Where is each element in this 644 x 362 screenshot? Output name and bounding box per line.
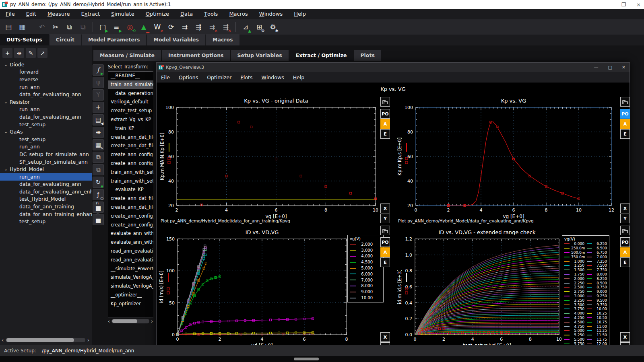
- setup-tab-measure-simulate[interactable]: Measure / Simulate: [93, 50, 161, 61]
- tree-item-run_ann[interactable]: run_ann: [0, 106, 92, 113]
- menu-simulate[interactable]: Simulate: [105, 9, 140, 19]
- lock-icon[interactable]: ▅∩: [93, 202, 104, 213]
- plot-menu-windows[interactable]: Windows: [257, 72, 289, 82]
- new-transform-icon[interactable]: +: [93, 102, 104, 113]
- menu-file[interactable]: File: [0, 9, 21, 19]
- open-model-icon[interactable]: ▤: [2, 21, 14, 33]
- tree-item-test_setup[interactable]: test_setup: [0, 218, 92, 225]
- setup-tab-setup-variables[interactable]: Setup Variables: [231, 50, 289, 61]
- minimize-button[interactable]: —: [594, 65, 598, 70]
- tree-item-run_ann[interactable]: run_ann: [0, 173, 92, 181]
- scroll-left-icon[interactable]: ‹: [108, 318, 110, 324]
- plot-menu-help[interactable]: Help: [289, 72, 309, 82]
- tab-macros[interactable]: Macros: [206, 34, 239, 45]
- plot-menu-options[interactable]: Options: [174, 72, 202, 82]
- minimize-button[interactable]: –: [608, 2, 611, 8]
- transform-item[interactable]: train_ann_with_setup_: [108, 168, 153, 177]
- setup-tab-instrument-options[interactable]: Instrument Options: [162, 50, 230, 61]
- tree-item-run_ann[interactable]: run_ann: [0, 83, 92, 91]
- y-axis-button[interactable]: Y: [620, 214, 630, 223]
- copy-to-memory-icon[interactable]: ⇉: [179, 21, 191, 33]
- simulate-list-icon[interactable]: ≡▶: [110, 21, 122, 33]
- tab-model-variables[interactable]: Model Variables: [147, 34, 205, 45]
- edit-button[interactable]: E: [380, 257, 390, 267]
- recall-memory-icon[interactable]: ⇶: [192, 21, 204, 33]
- tree-item-data_for_evaluating_ann[interactable]: data_for_evaluating_ann: [0, 113, 92, 121]
- plot-menu-file[interactable]: File: [157, 72, 174, 82]
- x-axis-button[interactable]: X: [620, 204, 630, 213]
- tree-item-run_ann[interactable]: run_ann: [0, 143, 92, 151]
- x-axis-button[interactable]: X: [380, 332, 390, 342]
- setup-tab-extract-optimize[interactable]: Extract / Optimize: [289, 50, 353, 61]
- plot-display-icon[interactable]: ⊿▲: [239, 21, 252, 33]
- tree-item-test_setup[interactable]: test_setup: [0, 121, 92, 128]
- edit-button[interactable]: E: [620, 257, 630, 267]
- po-button[interactable]: PO: [620, 109, 630, 119]
- scroll-right-icon[interactable]: ›: [151, 318, 153, 324]
- maximize-button[interactable]: □: [608, 65, 612, 70]
- paste-icon[interactable]: ⧉: [77, 21, 89, 33]
- tree-group-gaas[interactable]: ⌄GaAs: [0, 128, 92, 136]
- edit-button[interactable]: E: [380, 129, 390, 139]
- import-transform-icon[interactable]: ▤◀: [93, 114, 104, 125]
- transform-item[interactable]: simulate_VerilogA_mo: [108, 273, 153, 282]
- menu-tools[interactable]: Tools: [198, 9, 223, 19]
- debug-icon[interactable]: ⚙✱: [267, 21, 279, 33]
- po-button[interactable]: PO: [380, 237, 390, 247]
- transform-item[interactable]: extract_Vg_vs_KP_tre: [108, 115, 153, 124]
- close-button[interactable]: ×: [636, 2, 641, 8]
- transform-item[interactable]: evaluate_ann_with_se: [108, 238, 153, 247]
- transform-item[interactable]: create_ann_dat_file_fo: [108, 194, 153, 203]
- tree-item-reverse[interactable]: reverse: [0, 76, 92, 83]
- transform-item[interactable]: __README__: [108, 72, 153, 80]
- menu-optimize[interactable]: Optimize: [140, 9, 175, 19]
- tree-item-test_setup[interactable]: test_setup: [0, 136, 92, 143]
- transform-item[interactable]: read_ann_evaluation_: [108, 247, 153, 256]
- cut-icon[interactable]: ✂: [50, 21, 62, 33]
- undo-icon[interactable]: ↶: [36, 21, 48, 33]
- menu-macros[interactable]: Macros: [223, 9, 253, 19]
- menu-measure[interactable]: Measure: [42, 9, 76, 19]
- save-icon[interactable]: ▦: [16, 21, 28, 33]
- transform-item[interactable]: __data_generation__: [108, 89, 153, 98]
- transform-item[interactable]: __simulate_PowerMOS: [108, 265, 153, 274]
- measure-setup-icon[interactable]: ▢▶: [97, 21, 109, 33]
- transform-item[interactable]: Kp_optimizer: [108, 300, 153, 309]
- window-layout-icon[interactable]: [620, 226, 630, 235]
- tree-group-diode[interactable]: ⌄Diode: [0, 61, 92, 68]
- tree-item-data_for_ann_training[interactable]: data_for_ann_training: [0, 203, 92, 210]
- edit-button[interactable]: E: [620, 129, 630, 139]
- scroll-right-icon[interactable]: ›: [87, 337, 89, 343]
- window-layout-icon[interactable]: [380, 226, 390, 235]
- probe-disabled-icon[interactable]: Y: [93, 89, 104, 101]
- detach-view-icon[interactable]: ↗: [37, 48, 47, 58]
- tree-item-data_for_evaluating_ann[interactable]: data_for_evaluating_ann: [0, 90, 92, 98]
- autoscale-button[interactable]: A: [620, 247, 630, 257]
- edit-dut-icon[interactable]: ✎: [26, 48, 36, 58]
- tree-item-data_for_evaluating_ann_enhance[interactable]: data_for_evaluating_ann_enhance: [0, 188, 92, 195]
- po-button[interactable]: PO: [620, 237, 630, 247]
- tune-icon[interactable]: ▲▂: [138, 21, 150, 33]
- tree-item-test_hybrid_model[interactable]: test_Hybrid_Model: [0, 195, 92, 203]
- transform-item[interactable]: create_test_setup: [108, 107, 153, 115]
- re-simulate-icon[interactable]: ⟳: [165, 21, 177, 33]
- window-options-icon[interactable]: ⊞⚙: [253, 21, 265, 33]
- clear-all-memory-icon[interactable]: ⇶✕: [220, 21, 232, 33]
- edit-values-icon[interactable]: ▦✎: [93, 139, 104, 150]
- autoscale-button[interactable]: A: [380, 247, 390, 257]
- autoscale-button[interactable]: A: [620, 119, 630, 129]
- tab-circuit[interactable]: Circuit: [50, 34, 81, 45]
- transform-item[interactable]: train_and_simulate: [108, 80, 153, 89]
- transform-item[interactable]: __train_KP__: [108, 124, 153, 133]
- unlock-icon[interactable]: ▅⌒: [93, 214, 104, 225]
- setup-tab-plots[interactable]: Plots: [354, 50, 381, 61]
- window-layout-icon[interactable]: [380, 97, 390, 107]
- copy-icon[interactable]: ⧉: [63, 21, 75, 33]
- transform-item[interactable]: VerilogA_default: [108, 98, 153, 107]
- transform-item[interactable]: create_ann_dat_file_fo: [108, 133, 153, 142]
- menu-data[interactable]: Data: [175, 9, 198, 19]
- transform-item[interactable]: create_ann_config_file: [108, 212, 153, 221]
- plot-menu-optimizer[interactable]: Optimizer: [202, 72, 236, 82]
- transform-item[interactable]: __evaluate_KP__: [108, 185, 153, 194]
- optimize-icon[interactable]: ◎⟲: [124, 21, 136, 33]
